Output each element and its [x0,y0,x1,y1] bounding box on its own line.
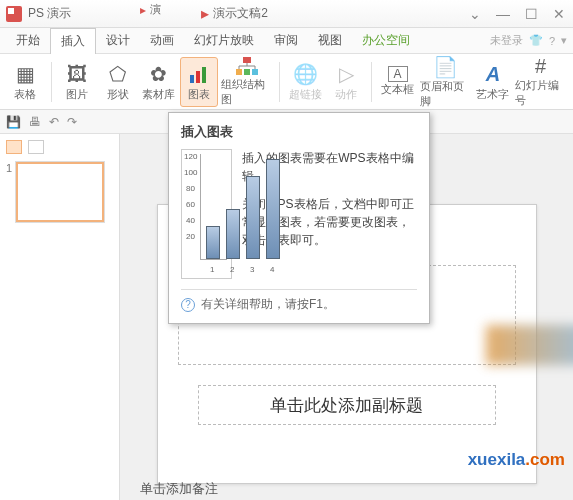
login-status[interactable]: 未登录 [490,33,523,48]
table-icon: ▦ [16,61,35,87]
minimize-button[interactable]: — [489,6,517,22]
app-name: PS 演示 [28,5,71,22]
menu-tabs: 开始 插入 设计 动画 幻灯片放映 审阅 视图 办公空间 未登录 👕 ? ▾ [0,28,573,54]
slide-thumbnails-panel: 1 [0,134,120,500]
headerfooter-icon: 📄 [433,55,458,79]
maximize-button[interactable]: ☐ [517,6,545,22]
orgchart-button[interactable]: 组织结构图 [220,57,273,107]
textbox-icon: A [388,66,408,82]
svg-rect-3 [196,71,200,83]
menu-dropdown-icon[interactable]: ▾ [561,34,567,47]
insert-chart-button[interactable]: 图表 [180,57,219,107]
svg-rect-2 [190,75,194,83]
slidenum-icon: # [535,55,546,78]
subtitle-placeholder[interactable]: 单击此处添加副标题 [198,385,496,425]
help-icon[interactable]: ? [549,35,555,47]
tab-insert[interactable]: 插入 [50,28,96,54]
textbox-button[interactable]: A文本框 [378,57,417,107]
qat-print-icon[interactable]: 🖶 [29,115,41,129]
doc-tab-icon: ▸ [140,3,146,17]
tab-office-space[interactable]: 办公空间 [352,28,420,53]
chart-preview: 120 100 80 60 40 20 1 2 3 4 [181,149,232,279]
chart-icon [188,61,210,87]
app-logo-icon [4,4,24,24]
wordart-button[interactable]: A艺术字 [474,57,513,107]
qat-save-icon[interactable]: 💾 [6,115,21,129]
shape-icon: ⬠ [109,61,126,87]
insert-shape-button[interactable]: ⬠形状 [98,57,137,107]
titlebar: PS 演示 ▸ 演示文稿2 ⌄ — ☐ ✕ [0,0,573,28]
svg-rect-6 [236,69,242,75]
headerfooter-button[interactable]: 📄页眉和页脚 [419,57,472,107]
window-controls: ⌄ — ☐ ✕ [461,6,573,22]
wordart-icon: A [486,61,500,87]
doc-icon: ▸ [201,4,209,23]
notes-label[interactable]: 单击添加备注 [140,480,218,498]
slide-thumb-1[interactable]: 1 [6,162,113,222]
watermark: xuexila.com [468,450,565,470]
hyperlink-icon: 🌐 [293,61,318,87]
insert-picture-button[interactable]: 🖼图片 [58,57,97,107]
tab-review[interactable]: 审阅 [264,28,308,53]
material-button[interactable]: ✿素材库 [139,57,178,107]
ribbon: ▦表格 🖼图片 ⬠形状 ✿素材库 图表 组织结构图 🌐超链接 ▷动作 A文本框 … [0,54,573,110]
qat-redo-icon[interactable]: ↷ [67,115,77,129]
svg-rect-4 [202,67,206,83]
tab-design[interactable]: 设计 [96,28,140,53]
help-badge-icon: ? [181,298,195,312]
svg-rect-5 [243,57,251,63]
hyperlink-button[interactable]: 🌐超链接 [286,57,325,107]
tab-view[interactable]: 视图 [308,28,352,53]
doc-title: 演示文稿2 [213,5,268,22]
orgchart-icon [234,57,260,77]
chart-tooltip: 插入图表 120 100 80 60 40 20 1 2 3 4 插入的图表需要… [168,112,430,324]
tab-start[interactable]: 开始 [6,28,50,53]
dropdown-icon[interactable]: ⌄ [461,6,489,22]
tab-animation[interactable]: 动画 [140,28,184,53]
picture-icon: 🖼 [67,61,87,87]
tooltip-footer: ? 有关详细帮助，请按F1。 [181,289,417,313]
slidenum-button[interactable]: #幻灯片编号 [514,57,567,107]
skin-icon[interactable]: 👕 [529,34,543,47]
close-button[interactable]: ✕ [545,6,573,22]
action-button[interactable]: ▷动作 [327,57,366,107]
thumb-view-outline[interactable] [28,140,44,154]
qat-undo-icon[interactable]: ↶ [49,115,59,129]
svg-rect-8 [252,69,258,75]
decoration [486,325,574,365]
action-icon: ▷ [339,61,354,87]
doc-tab[interactable]: ▸ 演 [140,2,161,17]
tab-slideshow[interactable]: 幻灯片放映 [184,28,264,53]
material-icon: ✿ [150,61,167,87]
thumb-view-slides[interactable] [6,140,22,154]
insert-table-button[interactable]: ▦表格 [6,57,45,107]
svg-rect-1 [8,8,14,14]
tooltip-title: 插入图表 [181,123,417,141]
svg-rect-7 [244,69,250,75]
thumb-preview [16,162,104,222]
